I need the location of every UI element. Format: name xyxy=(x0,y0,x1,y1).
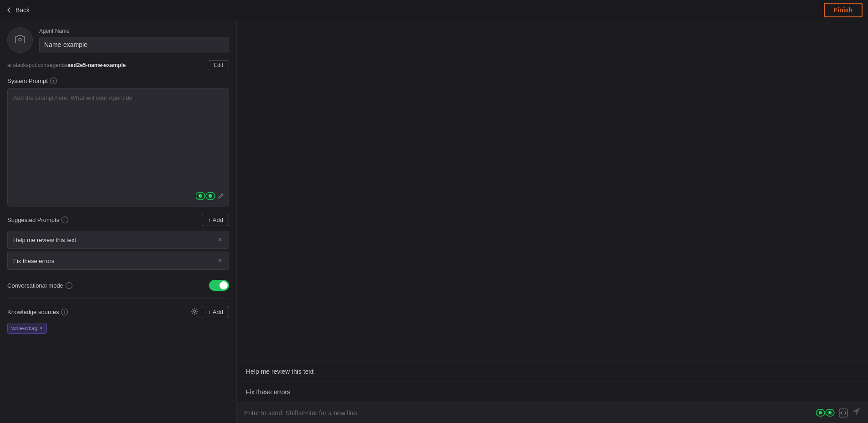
prompts-list: Help me review this text × Fix these err… xyxy=(7,231,229,270)
svg-point-7 xyxy=(194,310,196,313)
chat-input[interactable] xyxy=(244,409,812,417)
ai-eyes-button[interactable] xyxy=(816,408,835,418)
svg-point-9 xyxy=(819,411,822,414)
agent-url: ai.stackspot.com/agents/aed2e5-name-exam… xyxy=(7,62,126,68)
agent-name-label: Agent Name xyxy=(39,28,229,34)
knowledge-row: Knowledge sources i + Add xyxy=(7,306,229,318)
add-knowledge-button[interactable]: + Add xyxy=(202,306,229,318)
right-panel: Help me review this text Fix these error… xyxy=(237,20,868,423)
knowledge-label-group: Knowledge sources i xyxy=(7,309,68,315)
url-row: ai.stackspot.com/agents/aed2e5-name-exam… xyxy=(7,60,229,70)
prompt-text-1: Help me review this text xyxy=(13,237,217,243)
svg-point-10 xyxy=(819,412,820,413)
svg-point-13 xyxy=(829,412,830,413)
finish-button[interactable]: Finish xyxy=(824,3,863,17)
suggested-prompts-label: Suggested Prompts i xyxy=(7,217,68,223)
system-prompt-area[interactable]: Add the prompt here. What will your Agen… xyxy=(7,88,229,206)
remove-tag-button[interactable]: × xyxy=(40,325,43,331)
system-prompt-label: System Prompt i xyxy=(7,77,229,84)
edit-url-button[interactable]: Edit xyxy=(208,60,229,70)
knowledge-info-icon[interactable]: i xyxy=(61,309,68,315)
add-prompt-button[interactable]: + Add xyxy=(202,214,229,226)
code-icon-button[interactable] xyxy=(839,408,848,418)
system-prompt-placeholder: Add the prompt here. What will your Agen… xyxy=(13,94,133,101)
conversational-toggle[interactable] xyxy=(209,280,229,291)
knowledge-label: Knowledge sources i xyxy=(7,309,68,315)
chip-2[interactable]: Fix these errors xyxy=(237,382,868,402)
back-button[interactable]: Back xyxy=(5,6,30,14)
knowledge-tag-1: write-wcag × xyxy=(7,323,47,334)
conversational-label: Conversational mode i xyxy=(7,282,72,289)
agent-header: Agent Name xyxy=(7,27,229,53)
svg-point-0 xyxy=(19,38,21,41)
remove-prompt-1-button[interactable]: × xyxy=(217,236,223,244)
left-panel: Agent Name ai.stackspot.com/agents/aed2e… xyxy=(0,20,237,423)
chat-area: Help me review this text Fix these error… xyxy=(237,20,868,402)
suggested-prompts-info-icon[interactable]: i xyxy=(61,217,68,223)
url-slug: aed2e5-name-example xyxy=(67,62,126,68)
conversational-section: Conversational mode i xyxy=(7,280,229,299)
top-nav: Back Finish xyxy=(0,0,868,20)
suggested-chips: Help me review this text Fix these error… xyxy=(237,361,868,402)
prompt-text-2: Fix these errors xyxy=(13,258,217,264)
svg-point-3 xyxy=(199,195,200,196)
remove-prompt-2-button[interactable]: × xyxy=(217,257,223,265)
conversational-info-icon[interactable]: i xyxy=(66,282,72,289)
conversational-row: Conversational mode i xyxy=(7,280,229,291)
svg-point-2 xyxy=(199,194,202,198)
prompt-item: Help me review this text × xyxy=(7,231,229,249)
gear-icon[interactable] xyxy=(191,308,198,316)
prompt-footer xyxy=(196,191,224,201)
suggested-prompts-header: Suggested Prompts i + Add xyxy=(7,214,229,226)
tags-list: write-wcag × xyxy=(7,323,229,334)
suggested-prompts-section: Suggested Prompts i + Add Help me review… xyxy=(7,214,229,273)
send-button[interactable] xyxy=(852,407,861,418)
agent-name-group: Agent Name xyxy=(39,28,229,52)
back-arrow-icon xyxy=(5,6,13,14)
agent-name-input[interactable] xyxy=(39,37,229,52)
ai-logo xyxy=(196,191,216,201)
edit-icon[interactable] xyxy=(218,193,224,199)
avatar-upload[interactable] xyxy=(7,27,33,53)
svg-point-6 xyxy=(209,195,210,196)
main-layout: Agent Name ai.stackspot.com/agents/aed2e… xyxy=(0,20,868,423)
input-icons xyxy=(816,407,861,418)
system-prompt-info-icon[interactable]: i xyxy=(50,77,57,84)
knowledge-section: Knowledge sources i + Add wri xyxy=(7,306,229,416)
back-label: Back xyxy=(15,6,30,14)
svg-point-12 xyxy=(828,411,832,414)
chat-input-bar xyxy=(237,402,868,423)
chip-1[interactable]: Help me review this text xyxy=(237,361,868,382)
camera-icon xyxy=(15,35,25,46)
url-prefix: ai.stackspot.com/agents/ xyxy=(7,62,67,68)
tag-text: write-wcag xyxy=(11,325,37,331)
prompt-item: Fix these errors × xyxy=(7,252,229,270)
svg-point-5 xyxy=(209,194,212,198)
